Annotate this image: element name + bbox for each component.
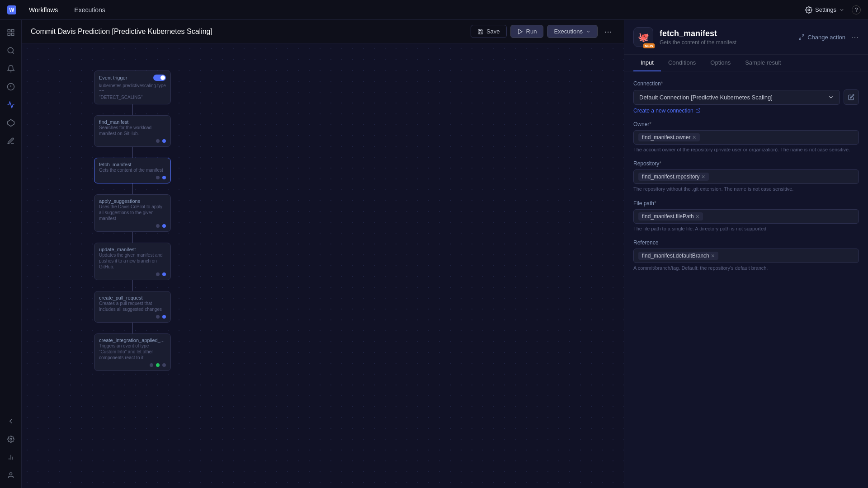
save-button[interactable]: Save: [471, 25, 507, 38]
svg-marker-16: [518, 29, 522, 34]
sidebar-item-workflows[interactable]: [4, 98, 18, 112]
node-find-manifest[interactable]: find_manifest Searches for the workload …: [94, 115, 171, 147]
repository-label: Repository: [633, 160, 859, 167]
executions-button[interactable]: Executions: [547, 25, 598, 38]
chevron-down-icon: [839, 7, 844, 13]
node-footer-update-manifest: [99, 272, 166, 276]
connector-1: [132, 104, 133, 115]
dot-gray-1: [156, 139, 160, 143]
node-update-manifest[interactable]: update_manifest Updates the given manife…: [94, 243, 171, 280]
repository-tag: find_manifest.repository ×: [638, 173, 709, 181]
sidebar-item-user[interactable]: [4, 468, 18, 483]
flow-container: Event trigger kubernetes.predictivescali…: [94, 70, 171, 371]
node-desc-create-pull-request: Creates a pull request that includes all…: [99, 300, 166, 312]
dot-blue-3: [162, 224, 166, 228]
node-title-apply-suggestions: apply_suggestions: [99, 198, 166, 204]
owner-hint: The account owner of the repository (pri…: [633, 146, 859, 153]
tab-conditions[interactable]: Conditions: [661, 55, 703, 71]
connection-field-group: Connection Default Connection [Predictiv…: [633, 80, 859, 114]
svg-point-15: [9, 473, 12, 475]
panel-more-button[interactable]: ⋯: [851, 32, 859, 42]
panel-action-desc: Gets the content of the manifest: [660, 39, 792, 46]
sidebar-item-search[interactable]: [4, 43, 18, 58]
reference-tag: find_manifest.defaultBranch ×: [638, 252, 718, 260]
node-footer-create-pull-request: [99, 315, 166, 319]
node-title-create-pull-request: create_pull_request: [99, 295, 166, 300]
owner-tag-close[interactable]: ×: [692, 134, 696, 141]
nav-executions[interactable]: Executions: [71, 5, 108, 15]
svg-line-17: [802, 35, 804, 37]
repository-field-group: Repository find_manifest.repository × Th…: [633, 160, 859, 192]
workflow-actions: Save Run Executions ⋯: [471, 25, 615, 38]
connection-edit-button[interactable]: [844, 89, 859, 105]
connector-2: [132, 147, 133, 158]
more-options-button[interactable]: ⋯: [601, 25, 615, 38]
node-create-pull-request[interactable]: create_pull_request Creates a pull reque…: [94, 291, 171, 323]
panel-body: Connection Default Connection [Predictiv…: [624, 71, 868, 488]
connector-4: [132, 232, 133, 243]
reference-field-group: Reference find_manifest.defaultBranch × …: [633, 239, 859, 272]
sidebar-item-settings3[interactable]: [4, 432, 18, 446]
repository-tag-value: find_manifest.repository: [642, 174, 699, 180]
dot-gray-5: [156, 315, 160, 319]
save-icon: [477, 28, 484, 35]
connection-select[interactable]: Default Connection [Predictive Kubernete…: [633, 90, 840, 105]
right-panel: 🐙 NEW fetch_manifest Gets the content of…: [624, 20, 868, 488]
connector-5: [132, 280, 133, 291]
sidebar-item-collapse[interactable]: [4, 414, 18, 428]
filepath-field-group: File path find_manifest.filePath × The f…: [633, 200, 859, 232]
sidebar-item-chart[interactable]: [4, 450, 18, 465]
node-title-create-integration-applied: create_integration_applied_...: [99, 338, 166, 343]
main-layout: Commit Davis Prediction [Predictive Kube…: [0, 20, 868, 488]
sidebar-item-home[interactable]: [4, 25, 18, 40]
node-desc-find-manifest: Searches for the workload manifest on Gi…: [99, 125, 166, 136]
save-label: Save: [486, 28, 500, 35]
settings-button[interactable]: Settings: [805, 6, 844, 14]
node-footer-apply-suggestions: [99, 224, 166, 228]
owner-input[interactable]: find_manifest.owner ×: [633, 130, 859, 145]
logo: W: [7, 5, 16, 14]
change-action-button[interactable]: Change action: [798, 34, 845, 41]
top-nav: W Workflows Executions Settings ?: [0, 0, 868, 20]
node-event-trigger[interactable]: Event trigger kubernetes.predictivescali…: [94, 70, 171, 104]
reference-tag-value: find_manifest.defaultBranch: [642, 253, 709, 259]
repository-input[interactable]: find_manifest.repository ×: [633, 169, 859, 184]
sidebar-item-integrations[interactable]: [4, 116, 18, 130]
tab-input[interactable]: Input: [633, 55, 661, 71]
create-connection-link[interactable]: Create a new connection: [633, 108, 859, 114]
tab-sample-result[interactable]: Sample result: [738, 55, 788, 71]
panel-title-area: fetch_manifest Gets the content of the m…: [660, 29, 792, 46]
owner-label: Owner: [633, 121, 859, 127]
sidebar-item-alerts[interactable]: [4, 61, 18, 76]
help-icon[interactable]: ?: [852, 5, 861, 14]
filepath-tag-close[interactable]: ×: [696, 213, 699, 220]
connection-label: Connection: [633, 80, 859, 87]
sidebar-item-apps[interactable]: [4, 80, 18, 94]
panel-tabs: Input Conditions Options Sample result: [624, 55, 868, 71]
logo-icon: W: [7, 5, 16, 14]
edit-icon: [848, 94, 854, 100]
filepath-input[interactable]: find_manifest.filePath ×: [633, 209, 859, 224]
sidebar-item-settings2[interactable]: [4, 134, 18, 148]
filepath-tag-value: find_manifest.filePath: [642, 213, 694, 220]
nav-workflows[interactable]: Workflows: [25, 5, 61, 15]
filepath-label: File path: [633, 200, 859, 206]
node-apply-suggestions[interactable]: apply_suggestions Uses the Davis CoPilot…: [94, 194, 171, 232]
reference-tag-close[interactable]: ×: [711, 253, 715, 259]
tab-options[interactable]: Options: [703, 55, 738, 71]
node-fetch-manifest[interactable]: fetch_manifest Gets the content of the m…: [94, 158, 171, 183]
gear-icon: [805, 6, 812, 14]
run-button[interactable]: Run: [510, 25, 544, 38]
repository-tag-close[interactable]: ×: [701, 174, 705, 180]
node-create-integration-applied[interactable]: create_integration_applied_... Triggers …: [94, 333, 171, 371]
node-footer-fetch-manifest: [99, 176, 166, 179]
reference-input[interactable]: find_manifest.defaultBranch ×: [633, 249, 859, 263]
node-title-event-trigger: Event trigger: [99, 75, 127, 80]
dot-gray-7: [162, 363, 166, 367]
svg-rect-3: [11, 33, 14, 36]
svg-point-0: [808, 9, 810, 11]
chevron-down-icon: [828, 94, 834, 100]
node-title-update-manifest: update_manifest: [99, 247, 166, 252]
toggle-event-trigger[interactable]: [153, 75, 166, 81]
reference-hint: A commit/branch/tag. Default: the reposi…: [633, 265, 859, 272]
